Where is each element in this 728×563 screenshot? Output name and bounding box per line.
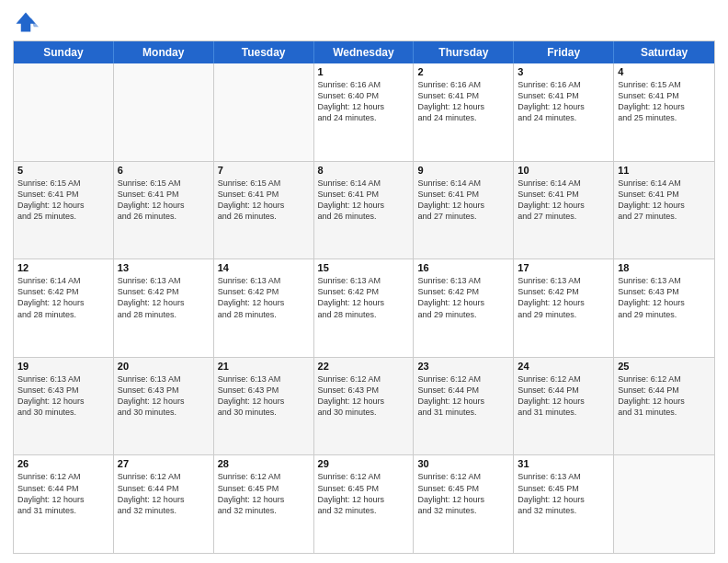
day-cell-1: 1Sunrise: 6:16 AMSunset: 6:40 PMDaylight…: [314, 63, 415, 161]
day-info: Sunrise: 6:15 AMSunset: 6:41 PMDaylight:…: [17, 178, 109, 223]
empty-cell-0-2: [214, 63, 314, 161]
day-cell-12: 12Sunrise: 6:14 AMSunset: 6:42 PMDayligh…: [14, 259, 114, 357]
day-number: 10: [518, 165, 609, 176]
day-number: 31: [518, 458, 609, 469]
day-number: 26: [17, 458, 109, 469]
day-cell-26: 26Sunrise: 6:12 AMSunset: 6:44 PMDayligh…: [14, 455, 114, 553]
day-cell-18: 18Sunrise: 6:13 AMSunset: 6:43 PMDayligh…: [614, 259, 714, 357]
day-number: 21: [218, 361, 310, 372]
day-cell-13: 13Sunrise: 6:13 AMSunset: 6:42 PMDayligh…: [114, 259, 214, 357]
day-number: 9: [417, 165, 509, 176]
day-info: Sunrise: 6:14 AMSunset: 6:41 PMDaylight:…: [318, 178, 410, 223]
day-cell-14: 14Sunrise: 6:13 AMSunset: 6:42 PMDayligh…: [214, 259, 314, 357]
day-number: 19: [17, 361, 109, 372]
day-cell-30: 30Sunrise: 6:12 AMSunset: 6:45 PMDayligh…: [414, 455, 514, 553]
day-cell-20: 20Sunrise: 6:13 AMSunset: 6:43 PMDayligh…: [114, 358, 214, 455]
day-cell-29: 29Sunrise: 6:12 AMSunset: 6:45 PMDayligh…: [314, 455, 415, 553]
day-info: Sunrise: 6:12 AMSunset: 6:44 PMDaylight:…: [618, 373, 711, 419]
day-info: Sunrise: 6:13 AMSunset: 6:43 PMDaylight:…: [618, 275, 711, 320]
day-number: 5: [17, 165, 109, 176]
day-number: 4: [618, 66, 711, 77]
day-info: Sunrise: 6:15 AMSunset: 6:41 PMDaylight:…: [118, 178, 210, 223]
day-info: Sunrise: 6:13 AMSunset: 6:42 PMDaylight:…: [518, 275, 609, 320]
day-number: 25: [618, 361, 711, 372]
day-info: Sunrise: 6:16 AMSunset: 6:41 PMDaylight:…: [417, 79, 509, 124]
weekday-header-thursday: Thursday: [414, 41, 514, 63]
weekday-header-saturday: Saturday: [614, 41, 714, 63]
day-cell-9: 9Sunrise: 6:14 AMSunset: 6:41 PMDaylight…: [414, 162, 514, 259]
weekday-header-sunday: Sunday: [14, 41, 114, 63]
day-number: 14: [218, 262, 310, 273]
day-number: 27: [118, 458, 210, 469]
calendar-body: 1Sunrise: 6:16 AMSunset: 6:40 PMDaylight…: [14, 63, 714, 553]
day-info: Sunrise: 6:12 AMSunset: 6:45 PMDaylight:…: [218, 471, 310, 516]
empty-cell-0-0: [14, 63, 114, 161]
day-number: 7: [218, 165, 310, 176]
day-number: 17: [518, 262, 609, 273]
day-info: Sunrise: 6:13 AMSunset: 6:43 PMDaylight:…: [218, 373, 310, 419]
day-cell-10: 10Sunrise: 6:14 AMSunset: 6:41 PMDayligh…: [514, 162, 614, 259]
day-number: 3: [518, 66, 609, 77]
day-info: Sunrise: 6:16 AMSunset: 6:40 PMDaylight:…: [318, 79, 410, 124]
day-cell-7: 7Sunrise: 6:15 AMSunset: 6:41 PMDaylight…: [214, 162, 314, 259]
calendar-row-0: 1Sunrise: 6:16 AMSunset: 6:40 PMDaylight…: [14, 63, 714, 161]
empty-cell-0-1: [114, 63, 214, 161]
calendar-row-3: 19Sunrise: 6:13 AMSunset: 6:43 PMDayligh…: [14, 357, 714, 455]
day-number: 24: [518, 361, 609, 372]
day-cell-6: 6Sunrise: 6:15 AMSunset: 6:41 PMDaylight…: [114, 162, 214, 259]
calendar-header: SundayMondayTuesdayWednesdayThursdayFrid…: [14, 41, 714, 63]
day-cell-25: 25Sunrise: 6:12 AMSunset: 6:44 PMDayligh…: [614, 358, 714, 455]
day-info: Sunrise: 6:12 AMSunset: 6:44 PMDaylight:…: [17, 471, 109, 516]
day-number: 30: [417, 458, 509, 469]
day-info: Sunrise: 6:12 AMSunset: 6:43 PMDaylight:…: [318, 373, 410, 419]
weekday-header-tuesday: Tuesday: [214, 41, 314, 63]
day-cell-8: 8Sunrise: 6:14 AMSunset: 6:41 PMDaylight…: [314, 162, 415, 259]
day-cell-2: 2Sunrise: 6:16 AMSunset: 6:41 PMDaylight…: [414, 63, 514, 161]
day-info: Sunrise: 6:12 AMSunset: 6:44 PMDaylight:…: [518, 373, 609, 419]
day-cell-24: 24Sunrise: 6:12 AMSunset: 6:44 PMDayligh…: [514, 358, 614, 455]
day-info: Sunrise: 6:13 AMSunset: 6:42 PMDaylight:…: [218, 275, 310, 320]
day-info: Sunrise: 6:13 AMSunset: 6:42 PMDaylight:…: [318, 275, 410, 320]
day-info: Sunrise: 6:13 AMSunset: 6:45 PMDaylight:…: [518, 471, 609, 516]
day-info: Sunrise: 6:13 AMSunset: 6:42 PMDaylight:…: [417, 275, 509, 320]
logo-icon: [13, 9, 39, 35]
page: SundayMondayTuesdayWednesdayThursdayFrid…: [0, 0, 728, 563]
day-number: 1: [318, 66, 410, 77]
day-number: 22: [318, 361, 410, 372]
weekday-header-monday: Monday: [114, 41, 214, 63]
weekday-header-wednesday: Wednesday: [314, 41, 415, 63]
day-cell-31: 31Sunrise: 6:13 AMSunset: 6:45 PMDayligh…: [514, 455, 614, 553]
day-info: Sunrise: 6:13 AMSunset: 6:42 PMDaylight:…: [118, 275, 210, 320]
day-info: Sunrise: 6:13 AMSunset: 6:43 PMDaylight:…: [17, 373, 109, 419]
day-cell-5: 5Sunrise: 6:15 AMSunset: 6:41 PMDaylight…: [14, 162, 114, 259]
day-number: 16: [417, 262, 509, 273]
day-info: Sunrise: 6:14 AMSunset: 6:42 PMDaylight:…: [17, 275, 109, 320]
day-info: Sunrise: 6:12 AMSunset: 6:44 PMDaylight:…: [417, 373, 509, 419]
day-number: 28: [218, 458, 310, 469]
day-cell-15: 15Sunrise: 6:13 AMSunset: 6:42 PMDayligh…: [314, 259, 415, 357]
calendar: SundayMondayTuesdayWednesdayThursdayFrid…: [13, 40, 715, 554]
day-info: Sunrise: 6:14 AMSunset: 6:41 PMDaylight:…: [518, 178, 609, 223]
day-number: 6: [118, 165, 210, 176]
day-cell-17: 17Sunrise: 6:13 AMSunset: 6:42 PMDayligh…: [514, 259, 614, 357]
day-number: 23: [417, 361, 509, 372]
day-info: Sunrise: 6:13 AMSunset: 6:43 PMDaylight:…: [118, 373, 210, 419]
calendar-row-4: 26Sunrise: 6:12 AMSunset: 6:44 PMDayligh…: [14, 454, 714, 553]
calendar-row-2: 12Sunrise: 6:14 AMSunset: 6:42 PMDayligh…: [14, 259, 714, 357]
day-number: 20: [118, 361, 210, 372]
day-info: Sunrise: 6:12 AMSunset: 6:44 PMDaylight:…: [118, 471, 210, 516]
day-info: Sunrise: 6:14 AMSunset: 6:41 PMDaylight:…: [417, 178, 509, 223]
day-cell-19: 19Sunrise: 6:13 AMSunset: 6:43 PMDayligh…: [14, 358, 114, 455]
day-info: Sunrise: 6:15 AMSunset: 6:41 PMDaylight:…: [218, 178, 310, 223]
day-cell-22: 22Sunrise: 6:12 AMSunset: 6:43 PMDayligh…: [314, 358, 415, 455]
day-number: 12: [17, 262, 109, 273]
weekday-header-friday: Friday: [514, 41, 614, 63]
day-info: Sunrise: 6:12 AMSunset: 6:45 PMDaylight:…: [318, 471, 410, 516]
day-cell-11: 11Sunrise: 6:14 AMSunset: 6:41 PMDayligh…: [614, 162, 714, 259]
day-number: 13: [118, 262, 210, 273]
header: [13, 9, 715, 35]
day-cell-28: 28Sunrise: 6:12 AMSunset: 6:45 PMDayligh…: [214, 455, 314, 553]
day-number: 11: [618, 165, 711, 176]
day-number: 2: [417, 66, 509, 77]
calendar-row-1: 5Sunrise: 6:15 AMSunset: 6:41 PMDaylight…: [14, 161, 714, 259]
